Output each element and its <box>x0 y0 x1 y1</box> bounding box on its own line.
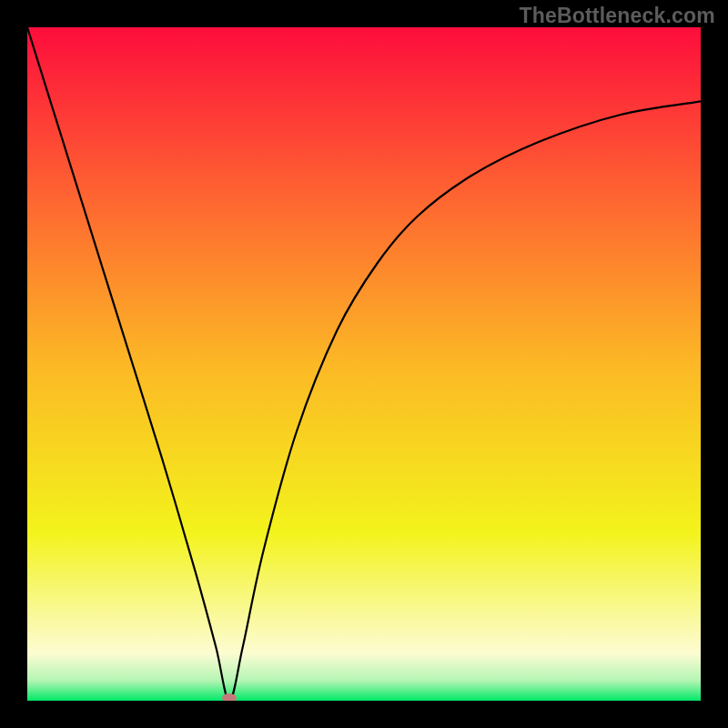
chart-svg <box>27 27 701 701</box>
watermark-label: TheBottleneck.com <box>519 4 715 28</box>
chart-background <box>27 27 701 701</box>
chart-frame: TheBottleneck.com <box>0 0 728 728</box>
plot-area <box>27 27 701 701</box>
